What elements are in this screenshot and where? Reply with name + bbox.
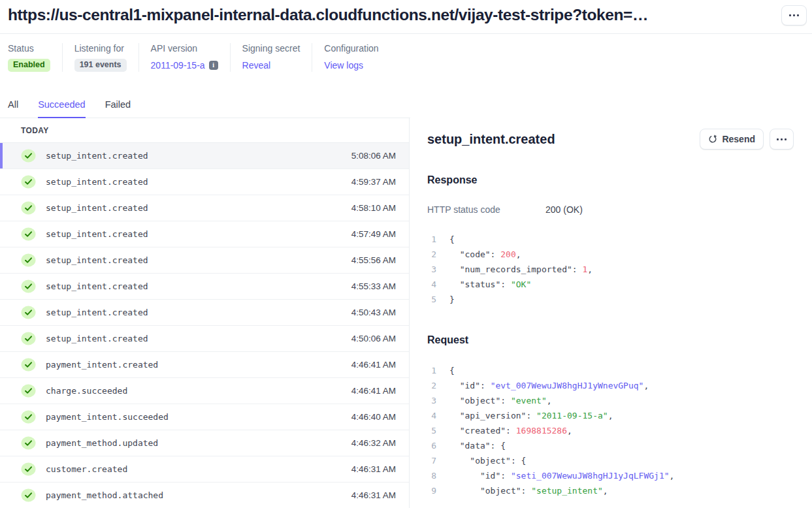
tab-succeeded[interactable]: Succeeded: [38, 99, 86, 118]
event-time: 4:50:06 AM: [351, 334, 396, 343]
line-number: 4: [427, 408, 436, 423]
code-text: "object": "setup_intent",: [449, 483, 608, 498]
ellipsis-icon: [777, 138, 787, 140]
events-count-badge: 191 events: [74, 59, 127, 72]
detail-overflow-button[interactable]: [770, 129, 794, 150]
check-circle-icon: [21, 227, 36, 241]
event-list-item[interactable]: setup_intent.created 4:59:37 AM: [0, 169, 409, 195]
check-circle-icon: [21, 253, 36, 267]
http-status-value: 200 (OK): [545, 204, 583, 215]
line-number: 2: [427, 378, 436, 393]
event-detail-panel: setup_intent.created Resend Response HTT…: [410, 118, 812, 508]
code-line: 4 "status": "OK": [427, 277, 794, 292]
event-name: payment_intent.succeeded: [46, 412, 169, 422]
ellipsis-icon: [789, 14, 799, 16]
event-name: setup_intent.created: [46, 334, 148, 343]
code-text: "data": {: [449, 438, 506, 453]
line-number: 5: [427, 292, 436, 307]
line-number: 6: [427, 438, 436, 453]
resend-button-label: Resend: [722, 134, 755, 144]
code-line: 7 "object": {: [427, 453, 794, 468]
event-list-item[interactable]: setup_intent.created 4:58:10 AM: [0, 195, 409, 221]
reveal-secret-link[interactable]: Reveal: [242, 60, 271, 71]
event-name: setup_intent.created: [46, 177, 148, 187]
check-circle-icon: [21, 306, 36, 319]
event-list-item[interactable]: charge.succeeded 4:46:41 AM: [0, 378, 409, 404]
event-rows: setup_intent.created 5:08:06 AM setup_in…: [0, 143, 409, 508]
code-line: 8 "id": "seti_007WewuJW8hgHJ1yJqLFWGj1",: [427, 468, 794, 483]
code-text: "code": 200,: [449, 247, 521, 262]
endpoint-url-title: https://us-central1-mixpanel-internal-da…: [8, 6, 648, 24]
status-label: Status: [8, 43, 50, 54]
meta-api-version: API version 2011-09-15-a i: [151, 43, 231, 72]
code-line: 3 "object": "event",: [427, 393, 794, 408]
event-list-item[interactable]: setup_intent.created 4:50:06 AM: [0, 326, 409, 352]
event-list-item[interactable]: setup_intent.created 4:57:49 AM: [0, 221, 409, 247]
info-icon: i: [209, 61, 218, 70]
tab-failed[interactable]: Failed: [105, 99, 131, 118]
event-detail-title: setup_intent.created: [427, 132, 700, 147]
check-circle-icon: [21, 201, 36, 215]
event-time: 4:46:31 AM: [351, 490, 396, 500]
event-detail-header: setup_intent.created Resend: [427, 129, 794, 150]
event-time: 4:46:41 AM: [351, 386, 396, 396]
line-number: 5: [427, 423, 436, 438]
line-number: 8: [427, 468, 436, 483]
check-circle-icon: [21, 175, 36, 189]
api-version-link[interactable]: 2011-09-15-a: [151, 60, 205, 71]
event-time: 4:46:31 AM: [351, 464, 396, 474]
check-circle-icon: [21, 332, 36, 345]
line-number: 3: [427, 262, 436, 277]
code-text: "status": "OK": [449, 277, 531, 292]
event-name: payment_method.updated: [46, 438, 158, 448]
line-number: 2: [427, 247, 436, 262]
event-list-item[interactable]: payment_intent.succeeded 4:46:40 AM: [0, 404, 409, 430]
meta-status: Status Enabled: [8, 43, 63, 72]
event-list-item[interactable]: payment_method.updated 4:46:32 AM: [0, 430, 409, 456]
event-time: 4:46:32 AM: [351, 438, 396, 448]
code-line: 9 "object": "setup_intent",: [427, 483, 794, 498]
code-text: "id": "evt_007WewuJW8hgHJ1yWnevGPuq",: [449, 378, 649, 393]
event-list-item[interactable]: setup_intent.created 5:08:06 AM: [0, 143, 409, 169]
response-code-block: 1{2 "code": 200,3 "num_records_imported"…: [427, 232, 794, 307]
event-name: setup_intent.created: [46, 203, 148, 213]
tab-all[interactable]: All: [8, 99, 18, 118]
event-list-item[interactable]: setup_intent.created 4:55:33 AM: [0, 274, 409, 300]
code-text: "object": {: [449, 453, 526, 468]
event-name: charge.succeeded: [46, 386, 127, 396]
event-name: setup_intent.created: [46, 151, 148, 161]
event-list-item[interactable]: customer.created 4:46:31 AM: [0, 456, 409, 483]
event-name: setup_intent.created: [46, 281, 148, 291]
header-overflow-button[interactable]: [781, 5, 807, 25]
event-time: 4:55:56 AM: [351, 255, 396, 265]
response-section-heading: Response: [427, 174, 794, 186]
check-circle-icon: [21, 279, 36, 293]
event-name: setup_intent.created: [46, 255, 148, 265]
line-number: 9: [427, 483, 436, 498]
http-status-label: HTTP status code: [427, 204, 545, 215]
event-time: 4:59:37 AM: [351, 177, 396, 187]
event-list-item[interactable]: payment_method.attached 4:46:31 AM: [0, 483, 409, 508]
event-list-item[interactable]: setup_intent.created 4:50:43 AM: [0, 300, 409, 326]
check-circle-icon: [21, 436, 36, 450]
event-name: payment_method.attached: [46, 490, 163, 500]
code-text: "object": "event",: [449, 393, 552, 408]
meta-configuration: Configuration View logs: [324, 43, 390, 72]
event-list-item[interactable]: setup_intent.created 4:55:56 AM: [0, 247, 409, 274]
code-line: 1{: [427, 363, 794, 378]
code-text: "api_version": "2011-09-15-a",: [449, 408, 613, 423]
code-line: 1{: [427, 232, 794, 247]
check-circle-icon: [21, 488, 36, 502]
event-time: 4:55:33 AM: [351, 281, 396, 291]
event-time: 4:46:40 AM: [351, 412, 396, 422]
view-logs-link[interactable]: View logs: [324, 60, 363, 71]
resend-button[interactable]: Resend: [700, 129, 764, 150]
code-line: 5 "created": 1698815286,: [427, 423, 794, 438]
check-circle-icon: [21, 410, 36, 424]
meta-listening-for: Listening for 191 events: [74, 43, 139, 72]
event-list-item[interactable]: payment_intent.created 4:46:41 AM: [0, 352, 409, 378]
event-time: 4:57:49 AM: [351, 229, 396, 239]
code-text: {: [449, 232, 455, 247]
code-line: 2 "code": 200,: [427, 247, 794, 262]
code-text: "num_records_imported": 1,: [449, 262, 593, 277]
